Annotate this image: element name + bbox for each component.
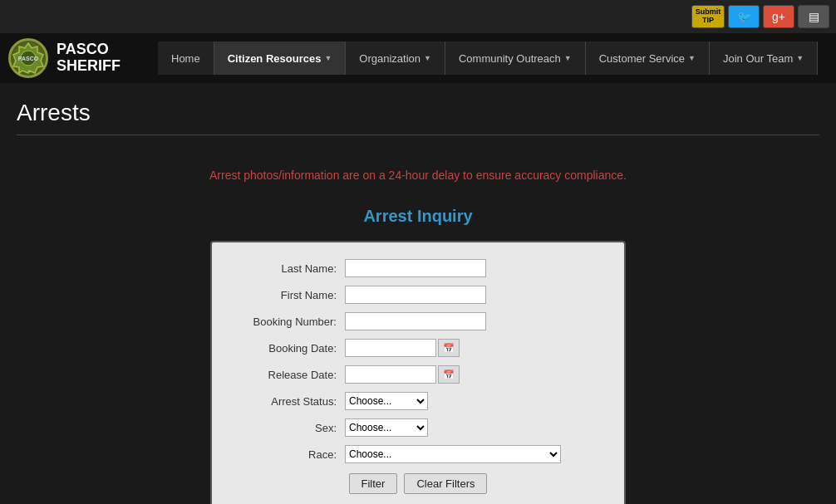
community-chevron-icon: ▼ — [564, 54, 572, 62]
main-area: Arrest photos/information are on a 24-ho… — [0, 160, 836, 504]
logo-line2: SHERIFF — [57, 58, 120, 75]
customer-chevron-icon: ▼ — [688, 54, 696, 62]
nav-community-label: Community Outreach — [459, 52, 561, 65]
release-date-calendar-button[interactable]: 📅 — [438, 365, 460, 384]
logo-line1: PASCO — [57, 42, 120, 58]
submit-tip-button[interactable]: Submit TIP — [691, 5, 725, 28]
last-name-input[interactable] — [345, 259, 486, 277]
release-date-row: Release Date: 📅 — [229, 365, 607, 384]
page-title: Arrests — [17, 100, 819, 126]
form-actions: Filter Clear Filters — [229, 473, 607, 494]
first-name-input[interactable] — [345, 286, 486, 304]
nav-item-organization[interactable]: Organization ▼ — [346, 42, 445, 75]
race-row: Race: Choose... White Black Hispanic Asi… — [229, 445, 607, 463]
arrest-inquiry-form: Last Name: First Name: Booking Number: B… — [210, 241, 626, 504]
delay-notice: Arrest photos/information are on a 24-ho… — [8, 160, 828, 190]
race-select[interactable]: Choose... White Black Hispanic Asian Oth… — [345, 445, 561, 463]
google-plus-icon: g+ — [772, 10, 785, 23]
sex-row: Sex: Choose... Male Female — [229, 418, 607, 437]
nav-item-citizen-resources[interactable]: Citizen Resources ▼ — [214, 42, 347, 75]
twitter-icon: 🐦 — [737, 10, 751, 23]
nav-item-community-outreach[interactable]: Community Outreach ▼ — [445, 42, 586, 75]
nav-join-label: Join Our Team — [723, 52, 793, 65]
last-name-label: Last Name: — [229, 262, 345, 275]
nav-customer-label: Customer Service — [599, 52, 685, 65]
arrest-status-select[interactable]: Choose... Active Released — [345, 392, 428, 410]
first-name-row: First Name: — [229, 286, 607, 304]
page-content: Arrests — [0, 83, 836, 160]
sheriff-badge-icon: PASCO — [12, 42, 45, 75]
submit-tip-label: Submit TIP — [692, 8, 724, 25]
logo-text: PASCO SHERIFF — [57, 42, 120, 75]
booking-date-calendar-button[interactable]: 📅 — [438, 339, 460, 357]
nav-org-label: Organization — [359, 52, 420, 65]
arrest-status-row: Arrest Status: Choose... Active Released — [229, 392, 607, 410]
svg-text:PASCO: PASCO — [18, 56, 39, 61]
nav-item-join-our-team[interactable]: Join Our Team ▼ — [710, 42, 818, 75]
twitter-button[interactable]: 🐦 — [728, 5, 760, 28]
org-chevron-icon: ▼ — [424, 54, 431, 62]
main-nav: Home Citizen Resources ▼ Organization ▼ … — [158, 42, 818, 75]
nav-item-home[interactable]: Home — [158, 42, 214, 75]
logo-badge: PASCO — [8, 38, 48, 78]
booking-number-row: Booking Number: — [229, 312, 607, 330]
other-social-button[interactable]: ▤ — [798, 5, 829, 28]
citizen-chevron-icon: ▼ — [324, 54, 332, 62]
booking-number-label: Booking Number: — [229, 316, 345, 328]
booking-date-row: Booking Date: 📅 — [229, 339, 607, 357]
filter-button[interactable]: Filter — [349, 473, 398, 494]
join-chevron-icon: ▼ — [796, 54, 804, 62]
sex-select[interactable]: Choose... Male Female — [345, 418, 428, 437]
header: PASCO PASCO SHERIFF Home Citizen Resourc… — [0, 33, 836, 83]
race-label: Race: — [229, 448, 345, 461]
booking-date-input[interactable] — [345, 339, 436, 357]
nav-item-customer-service[interactable]: Customer Service ▼ — [586, 42, 710, 75]
last-name-row: Last Name: — [229, 259, 607, 277]
title-divider — [17, 135, 819, 135]
arrest-inquiry-title: Arrest Inquiry — [8, 207, 828, 226]
nav-home-label: Home — [171, 52, 200, 65]
calendar-icon: 📅 — [443, 343, 455, 354]
booking-date-label: Booking Date: — [229, 342, 345, 355]
clear-filters-button[interactable]: Clear Filters — [404, 473, 487, 494]
logo-area: PASCO PASCO SHERIFF — [8, 38, 158, 78]
release-date-input[interactable] — [345, 365, 436, 384]
first-name-label: First Name: — [229, 289, 345, 301]
booking-number-input[interactable] — [345, 312, 486, 330]
release-calendar-icon: 📅 — [443, 369, 455, 380]
sex-label: Sex: — [229, 422, 345, 434]
top-bar: Submit TIP 🐦 g+ ▤ — [0, 0, 836, 33]
other-icon: ▤ — [809, 10, 819, 23]
google-plus-button[interactable]: g+ — [763, 5, 794, 28]
nav-citizen-label: Citizen Resources — [228, 52, 322, 65]
release-date-label: Release Date: — [229, 369, 345, 381]
arrest-status-label: Arrest Status: — [229, 395, 345, 408]
